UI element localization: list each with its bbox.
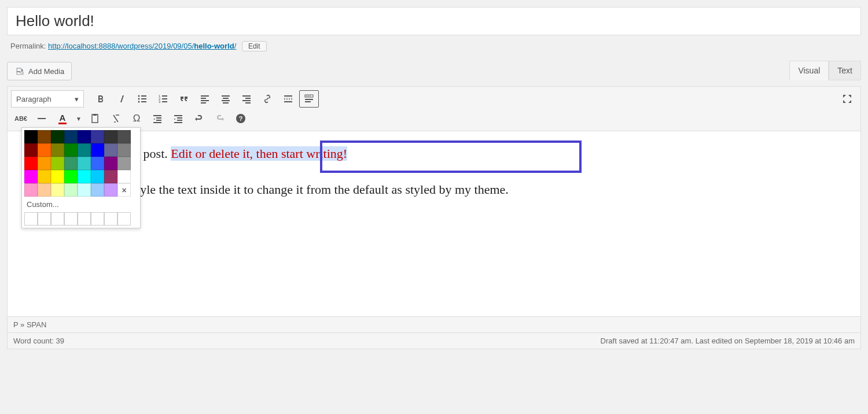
hr-button[interactable] bbox=[32, 110, 52, 127]
save-status: Draft saved at 11:20:47 am. Last edited … bbox=[601, 337, 855, 345]
outdent-button[interactable] bbox=[148, 110, 167, 127]
svg-rect-30 bbox=[310, 96, 311, 97]
svg-rect-23 bbox=[245, 102, 251, 104]
bullet-list-button[interactable] bbox=[133, 90, 152, 108]
color-swatch[interactable] bbox=[64, 183, 78, 197]
text-color-dropdown[interactable]: ▼ bbox=[73, 110, 84, 127]
custom-color-slot[interactable] bbox=[91, 212, 104, 226]
custom-color-slot[interactable] bbox=[51, 212, 64, 226]
color-swatch[interactable] bbox=[38, 130, 51, 143]
color-swatch[interactable] bbox=[64, 170, 78, 183]
color-swatch[interactable] bbox=[91, 183, 104, 197]
color-swatch[interactable] bbox=[24, 183, 38, 197]
color-swatch[interactable] bbox=[117, 170, 131, 183]
readmore-button[interactable] bbox=[278, 90, 298, 108]
color-swatch[interactable] bbox=[64, 130, 78, 143]
permalink-label: Permalink: bbox=[10, 42, 46, 50]
color-swatch[interactable] bbox=[78, 130, 91, 143]
color-swatch[interactable] bbox=[24, 130, 38, 143]
color-swatch[interactable] bbox=[51, 170, 64, 183]
custom-color-button[interactable]: Custom... bbox=[24, 197, 138, 212]
color-swatch[interactable] bbox=[38, 170, 51, 183]
color-swatch[interactable] bbox=[51, 183, 64, 197]
color-swatch[interactable] bbox=[91, 143, 104, 157]
format-select[interactable]: Paragraph ▾ bbox=[11, 90, 84, 108]
color-swatch[interactable] bbox=[51, 130, 64, 143]
tab-text[interactable]: Text bbox=[829, 61, 861, 80]
custom-color-slot[interactable] bbox=[78, 212, 91, 226]
color-swatch[interactable] bbox=[51, 157, 64, 170]
align-right-button[interactable] bbox=[237, 90, 256, 108]
svg-rect-37 bbox=[156, 117, 161, 119]
blockquote-button[interactable] bbox=[174, 90, 194, 108]
color-swatch[interactable] bbox=[38, 183, 51, 197]
svg-rect-17 bbox=[223, 98, 229, 99]
clear-formatting-button[interactable] bbox=[106, 110, 126, 127]
indent-button[interactable] bbox=[168, 110, 188, 127]
color-swatch[interactable] bbox=[91, 157, 104, 170]
color-swatch[interactable] bbox=[104, 143, 117, 157]
special-char-button[interactable]: Ω bbox=[127, 110, 146, 127]
post-title-input[interactable] bbox=[7, 7, 861, 35]
custom-color-slot[interactable] bbox=[24, 212, 38, 226]
custom-color-slot[interactable] bbox=[38, 212, 51, 226]
svg-rect-3 bbox=[141, 98, 146, 99]
redo-button[interactable] bbox=[210, 110, 230, 127]
bold-button[interactable] bbox=[91, 90, 111, 108]
strikethrough-button[interactable]: AB€ bbox=[11, 110, 31, 127]
color-swatch[interactable] bbox=[91, 170, 104, 183]
color-swatch[interactable] bbox=[64, 157, 78, 170]
color-swatch[interactable] bbox=[64, 143, 78, 157]
color-swatch[interactable] bbox=[91, 130, 104, 143]
color-swatch[interactable] bbox=[117, 130, 131, 143]
fullscreen-button[interactable] bbox=[837, 90, 857, 108]
color-swatch[interactable] bbox=[38, 157, 51, 170]
italic-button[interactable] bbox=[112, 90, 131, 108]
edit-permalink-button[interactable]: Edit bbox=[242, 41, 267, 51]
svg-rect-18 bbox=[222, 100, 230, 101]
color-swatch[interactable] bbox=[38, 143, 51, 157]
color-swatch[interactable] bbox=[104, 157, 117, 170]
svg-rect-12 bbox=[201, 95, 209, 97]
color-swatch[interactable] bbox=[51, 143, 64, 157]
color-swatch[interactable] bbox=[104, 183, 117, 197]
link-button[interactable] bbox=[258, 90, 277, 108]
chevron-down-icon: ▾ bbox=[75, 95, 79, 104]
svg-rect-22 bbox=[242, 100, 251, 101]
svg-rect-11 bbox=[162, 101, 167, 102]
svg-rect-35 bbox=[93, 114, 97, 116]
paste-text-button[interactable] bbox=[85, 110, 105, 127]
color-swatch[interactable] bbox=[24, 143, 38, 157]
color-swatch[interactable] bbox=[78, 157, 91, 170]
custom-color-slot[interactable] bbox=[104, 212, 117, 226]
permalink-url[interactable]: http://localhost:8888/wordpress/2019/09/… bbox=[48, 42, 236, 50]
undo-button[interactable] bbox=[189, 110, 209, 127]
svg-rect-39 bbox=[153, 122, 161, 123]
help-button[interactable]: ? bbox=[231, 110, 251, 127]
status-bar: Word count: 39 Draft saved at 11:20:47 a… bbox=[8, 332, 860, 349]
color-swatch[interactable] bbox=[78, 170, 91, 183]
toolbar-toggle-button[interactable] bbox=[299, 90, 319, 108]
numbered-list-button[interactable]: 123 bbox=[153, 90, 173, 108]
permalink-row: Permalink: http://localhost:8888/wordpre… bbox=[7, 35, 861, 61]
color-swatch[interactable] bbox=[78, 143, 91, 157]
svg-rect-15 bbox=[201, 102, 206, 104]
add-media-button[interactable]: Add Media bbox=[7, 62, 72, 80]
tab-visual[interactable]: Visual bbox=[789, 61, 829, 80]
color-swatch[interactable] bbox=[24, 170, 38, 183]
color-swatch[interactable] bbox=[24, 157, 38, 170]
custom-color-slot[interactable] bbox=[64, 212, 78, 226]
align-center-button[interactable] bbox=[216, 90, 236, 108]
custom-color-slot[interactable] bbox=[117, 212, 131, 226]
svg-rect-26 bbox=[284, 101, 292, 102]
color-swatch[interactable] bbox=[78, 183, 91, 197]
align-left-button[interactable] bbox=[195, 90, 215, 108]
color-swatch[interactable] bbox=[117, 157, 131, 170]
color-swatch[interactable] bbox=[104, 170, 117, 183]
text-color-button[interactable]: A bbox=[53, 110, 72, 127]
svg-rect-38 bbox=[156, 120, 161, 121]
no-color-swatch[interactable]: × bbox=[117, 183, 131, 197]
color-swatch[interactable] bbox=[104, 130, 117, 143]
svg-rect-28 bbox=[306, 96, 307, 97]
color-swatch[interactable] bbox=[117, 143, 131, 157]
